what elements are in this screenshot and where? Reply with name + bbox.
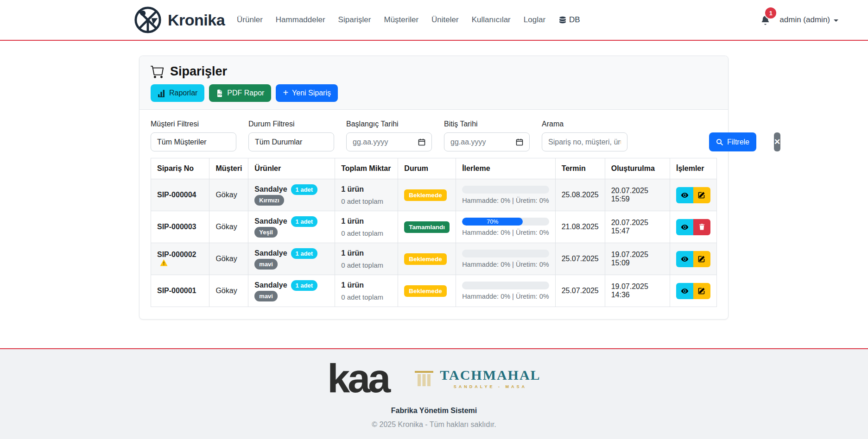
nav-item-customers[interactable]: Müşteriler — [384, 15, 418, 25]
due-date: 25.07.2025 — [555, 243, 605, 275]
total-main: 1 ürün — [341, 217, 392, 226]
user-menu[interactable]: admin (admin) — [779, 15, 838, 25]
end-date-input[interactable]: gg.aa.yyyy — [444, 132, 530, 151]
search-input[interactable] — [542, 132, 627, 151]
system-name: Fabrika Yönetim Sistemi — [0, 407, 868, 415]
progress-detail: Hammadde: 0% | Üretim: 0% — [462, 197, 549, 204]
page-title: Siparişler — [151, 64, 717, 79]
nav-item-logs[interactable]: Loglar — [524, 15, 545, 25]
start-date-placeholder: gg.aa.yyyy — [353, 138, 388, 146]
cart-icon — [151, 65, 165, 79]
product-name: Sandalye — [254, 249, 287, 257]
navbar: Kronika Ürünler Hammaddeler Siparişler M… — [0, 0, 868, 41]
progress-bar — [462, 282, 549, 289]
qty-badge: 1 adet — [291, 280, 318, 291]
database-icon — [558, 16, 567, 25]
reports-button[interactable]: Raporlar — [151, 84, 204, 102]
customer-cell: Gökay — [209, 179, 248, 211]
col-status: Durum — [398, 158, 456, 179]
eye-icon — [681, 287, 689, 295]
orders-table: Sipariş No Müşteri Ürünler Toplam Miktar… — [151, 158, 717, 307]
order-no: SIP-000001 — [157, 287, 196, 295]
footer: kaa TACHMAHAL SANDALYE - MASA Fabrika Yö… — [0, 348, 868, 439]
customer-filter-label: Müşteri Filtresi — [151, 120, 236, 128]
qty-badge: 1 adet — [291, 248, 318, 259]
column-icon — [414, 368, 434, 389]
table-row: SIP-000002 Gökay Sandalye1 adetmavi 1 ür… — [151, 243, 717, 275]
kronika-logo-icon — [133, 6, 162, 34]
nav-item-db[interactable]: DB — [558, 15, 580, 25]
edit-button[interactable] — [693, 251, 710, 267]
status-badge: Beklemede — [404, 253, 446, 265]
edit-button[interactable] — [693, 187, 710, 203]
pdf-report-button[interactable]: PDF PDF Rapor — [209, 84, 271, 102]
orders-card: Siparişler Raporlar PDF PDF Rapor — [139, 56, 729, 320]
end-date-label: Bitiş Tarihi — [444, 120, 530, 128]
product-name: Sandalye — [254, 185, 287, 193]
nav-item-db-label: DB — [569, 15, 580, 25]
view-button[interactable] — [676, 283, 693, 299]
total-sub: 0 adet toplam — [341, 229, 392, 237]
col-progress: İlerleme — [456, 158, 556, 179]
kaa-logo: kaa — [327, 362, 388, 395]
product-name: Sandalye — [254, 281, 287, 289]
total-main: 1 ürün — [341, 185, 392, 194]
status-filter-label: Durum Filtresi — [248, 120, 334, 128]
nav-item-units[interactable]: Üniteler — [431, 15, 459, 25]
new-order-button[interactable]: + Yeni Sipariş — [276, 84, 338, 102]
view-button[interactable] — [676, 187, 693, 203]
total-sub: 0 adet toplam — [341, 293, 392, 301]
tachmahal-logo: TACHMAHAL SANDALYE - MASA — [414, 367, 540, 389]
customer-cell: Gökay — [209, 243, 248, 275]
due-date: 25.08.2025 — [555, 179, 605, 211]
search-icon — [716, 138, 723, 146]
main-content: Siparişler Raporlar PDF PDF Rapor — [0, 41, 868, 320]
notification-badge: 1 — [765, 7, 776, 19]
due-date: 21.08.2025 — [555, 211, 605, 243]
progress-bar — [462, 250, 549, 257]
eye-icon — [681, 191, 689, 199]
calendar-icon — [418, 138, 425, 146]
start-date-label: Başlangıç Tarihi — [346, 120, 432, 128]
status-filter-value: Tüm Durumlar — [255, 138, 302, 146]
color-badge: Yeşil — [254, 227, 278, 238]
view-button[interactable] — [676, 219, 693, 235]
card-header: Siparişler Raporlar PDF PDF Rapor — [139, 56, 728, 110]
status-filter-select[interactable]: Tüm Durumlar — [248, 132, 334, 151]
filter-button[interactable]: Filtrele — [709, 132, 756, 151]
edit-button[interactable] — [693, 283, 710, 299]
trash-icon — [698, 223, 705, 231]
close-icon: ✕ — [774, 137, 780, 147]
total-main: 1 ürün — [341, 281, 392, 289]
view-button[interactable] — [676, 251, 693, 267]
start-date-input[interactable]: gg.aa.yyyy — [346, 132, 432, 151]
nav-item-orders[interactable]: Siparişler — [338, 15, 371, 25]
notifications-button[interactable]: 1 — [760, 15, 770, 25]
nav-item-users[interactable]: Kullanıcılar — [472, 15, 511, 25]
order-no: SIP-000003 — [157, 223, 196, 231]
delete-button[interactable] — [693, 219, 710, 235]
color-badge: mavi — [254, 259, 278, 270]
progress-detail: Hammadde: 0% | Üretim: 0% — [462, 229, 549, 236]
clear-filters-button[interactable]: ✕ — [774, 132, 780, 151]
customer-filter-select[interactable]: Tüm Müşteriler — [151, 132, 236, 151]
progress-bar — [462, 186, 549, 194]
filters-bar: Müşteri Filtresi Tüm Müşteriler Durum Fi… — [151, 120, 717, 151]
eye-icon — [681, 255, 689, 263]
nav-item-products[interactable]: Ürünler — [237, 15, 263, 25]
progress-detail: Hammadde: 0% | Üretim: 0% — [462, 261, 549, 268]
progress-detail: Hammadde: 0% | Üretim: 0% — [462, 293, 549, 300]
created-date: 19.07.2025 15:09 — [605, 243, 670, 275]
color-badge: Kırmızı — [254, 195, 284, 206]
due-date: 25.07.2025 — [555, 275, 605, 307]
table-row: SIP-000001 Gökay Sandalye1 adetmavi 1 ür… — [151, 275, 717, 307]
col-due: Termin — [555, 158, 605, 179]
brand[interactable]: Kronika — [133, 6, 225, 34]
nav-item-materials[interactable]: Hammaddeler — [276, 15, 325, 25]
total-sub: 0 adet toplam — [341, 261, 392, 269]
qty-badge: 1 adet — [291, 184, 318, 195]
eye-icon — [681, 223, 689, 231]
created-date: 19.07.2025 14:36 — [605, 275, 670, 307]
table-row: SIP-000004 Gökay Sandalye1 adetKırmızı 1… — [151, 179, 717, 211]
pencil-icon — [698, 255, 705, 263]
